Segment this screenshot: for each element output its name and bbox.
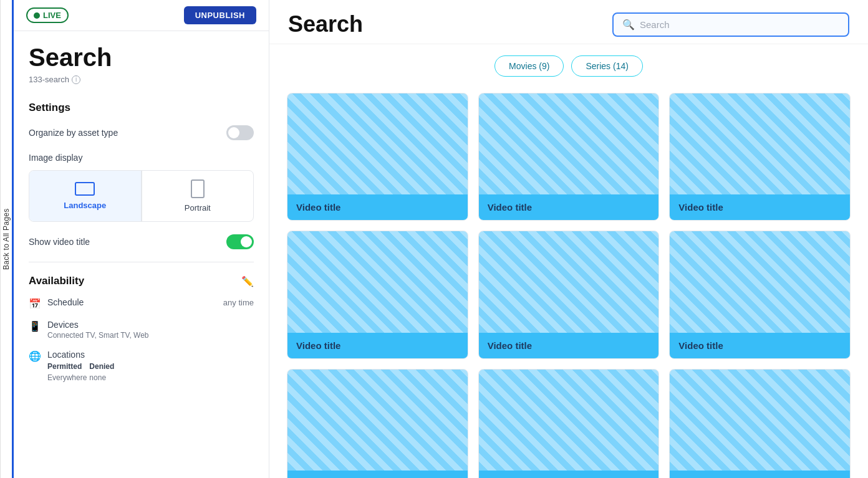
- video-thumbnail-4: [287, 231, 468, 332]
- schedule-label: Schedule: [47, 297, 84, 307]
- locations-item: 🌐 Locations Permitted Denied Everywhere …: [29, 350, 254, 382]
- video-thumbnail-9: [670, 370, 850, 471]
- video-card-5[interactable]: Video title: [478, 231, 660, 358]
- video-thumbnail-3: [670, 93, 850, 194]
- show-video-title-label: Show video title: [29, 237, 90, 247]
- organize-by-asset-type-toggle[interactable]: [226, 125, 254, 140]
- availability-edit-icon[interactable]: ✏️: [241, 275, 254, 287]
- locations-grid: Permitted Denied Everywhere none: [47, 362, 129, 382]
- video-title-2: Video title: [479, 194, 659, 220]
- video-thumbnail-5: [479, 231, 659, 332]
- image-display-options: Landscape Portrait: [29, 170, 254, 222]
- devices-item: 📱 Devices Connected TV, Smart TV, Web: [29, 320, 254, 340]
- video-grid: Video title Video title Video title Vide…: [269, 88, 868, 478]
- denied-header: Denied: [89, 362, 128, 371]
- show-video-title-row: Show video title: [29, 234, 254, 249]
- video-card-7[interactable]: Video title: [287, 369, 468, 478]
- video-title-5: Video title: [479, 333, 659, 358]
- schedule-item: 📅 Schedule any time: [29, 297, 254, 310]
- portrait-icon: [191, 179, 205, 198]
- live-badge: LIVE: [26, 7, 69, 23]
- main-header: Search 🔍 Search: [269, 0, 868, 44]
- slug-text: 133-search: [29, 75, 69, 84]
- series-filter-tab[interactable]: Series (14): [571, 55, 642, 77]
- video-title-3: Video title: [670, 194, 850, 220]
- video-thumbnail-7: [287, 370, 468, 471]
- locations-label: Locations: [47, 350, 129, 360]
- page-title: Search: [29, 44, 254, 71]
- page-slug: 133-search i: [29, 75, 254, 84]
- video-title-1: Video title: [287, 194, 468, 220]
- info-icon: i: [72, 75, 80, 84]
- video-card-9[interactable]: Video title: [669, 369, 851, 478]
- landscape-label: Landscape: [64, 201, 106, 210]
- movies-filter-tab[interactable]: Movies (9): [494, 55, 564, 77]
- video-title-7: Video title: [287, 471, 468, 478]
- search-placeholder-text: Search: [640, 19, 670, 30]
- availability-section-title: Availability: [29, 275, 84, 287]
- calendar-icon: 📅: [29, 298, 41, 310]
- divider: [29, 262, 254, 262]
- video-title-8: Video title: [479, 471, 659, 478]
- video-card-6[interactable]: Video title: [669, 231, 851, 358]
- portrait-label: Portrait: [185, 203, 211, 213]
- video-thumbnail-8: [479, 370, 659, 471]
- video-title-4: Video title: [287, 333, 468, 358]
- filter-tabs: Movies (9) Series (14): [269, 44, 868, 88]
- video-card-8[interactable]: Video title: [478, 369, 660, 478]
- permitted-value: Everywhere: [47, 373, 87, 382]
- landscape-icon: [75, 182, 95, 196]
- main-page-title: Search: [288, 11, 363, 37]
- denied-value: none: [89, 373, 128, 382]
- video-thumbnail-6: [670, 231, 850, 332]
- video-thumbnail-2: [479, 93, 659, 194]
- organize-by-asset-type-label: Organize by asset type: [29, 128, 118, 138]
- toggle-knob: [228, 127, 239, 138]
- show-video-title-knob: [241, 236, 252, 247]
- devices-value: Connected TV, Smart TV, Web: [47, 331, 149, 340]
- devices-icon: 📱: [29, 320, 41, 332]
- video-card-1[interactable]: Video title: [287, 93, 468, 221]
- video-title-6: Video title: [670, 333, 850, 358]
- search-icon: 🔍: [622, 19, 635, 31]
- sidebar-top-bar: LIVE UNPUBLISH: [14, 0, 269, 31]
- sidebar: LIVE UNPUBLISH Search 133-search i Setti…: [14, 0, 269, 478]
- show-video-title-toggle[interactable]: [226, 234, 254, 249]
- portrait-option[interactable]: Portrait: [142, 171, 254, 221]
- organize-by-asset-type-row: Organize by asset type: [29, 125, 254, 140]
- settings-section-title: Settings: [29, 102, 254, 114]
- globe-icon: 🌐: [29, 350, 41, 362]
- video-thumbnail-1: [287, 93, 468, 194]
- image-display-label: Image display: [29, 153, 254, 163]
- main-content: Search 🔍 Search Movies (9) Series (14) V…: [269, 0, 868, 478]
- availability-header: Availability ✏️: [29, 275, 254, 287]
- devices-label: Devices: [47, 320, 149, 330]
- back-to-all-pages-tab[interactable]: Back to All Pages: [0, 0, 14, 478]
- landscape-option[interactable]: Landscape: [29, 171, 142, 221]
- schedule-title-row: Schedule any time: [47, 297, 254, 307]
- schedule-value: any time: [223, 298, 254, 307]
- video-card-2[interactable]: Video title: [478, 93, 660, 221]
- live-indicator-dot: [34, 12, 40, 19]
- search-box[interactable]: 🔍 Search: [612, 12, 849, 37]
- permitted-header: Permitted: [47, 362, 87, 371]
- sidebar-content: Search 133-search i Settings Organize by…: [14, 31, 269, 478]
- live-label: LIVE: [43, 11, 61, 20]
- video-card-3[interactable]: Video title: [669, 93, 851, 221]
- video-title-9: Video title: [670, 471, 850, 478]
- unpublish-button[interactable]: UNPUBLISH: [184, 6, 256, 24]
- video-card-4[interactable]: Video title: [287, 231, 468, 358]
